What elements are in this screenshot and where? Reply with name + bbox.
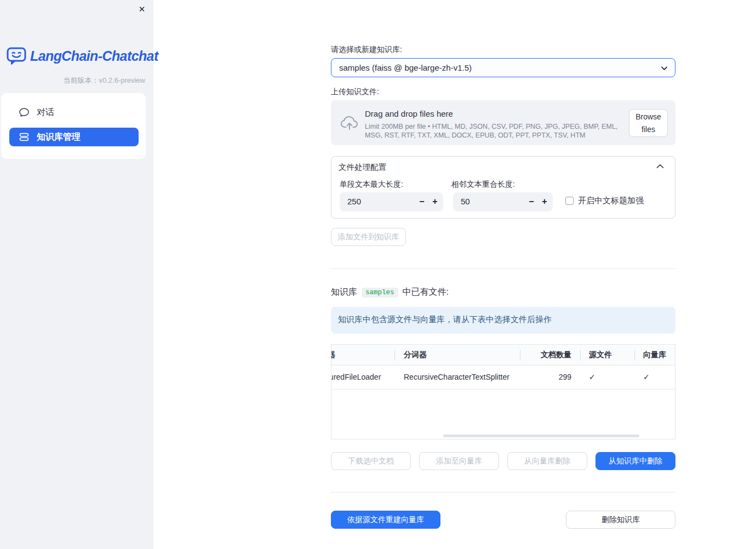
heading-suffix: 中已有文件: bbox=[403, 287, 449, 298]
zh-title-enhance-label: 开启中文标题加强 bbox=[578, 196, 644, 206]
app-window: ✕ LangChain-Chatchat 当前版本：v0.2.6-preview bbox=[0, 0, 756, 549]
sidebar-item-label: 对话 bbox=[37, 107, 54, 118]
column-header-doc-count[interactable]: 文档数量 bbox=[520, 350, 571, 360]
overlap-label: 相邻文本重合长度: bbox=[451, 180, 515, 190]
sidebar-item-dialogue[interactable]: 对话 bbox=[9, 102, 139, 122]
chunk-size-label: 单段文本最大长度: bbox=[340, 180, 403, 190]
table-row[interactable]: UnstructuredFileLoader RecursiveCharacte… bbox=[331, 365, 675, 390]
app-logo: LangChain-Chatchat bbox=[7, 47, 158, 65]
delete-from-vector-store-button[interactable]: 从向量库删除 bbox=[507, 452, 587, 470]
column-separator bbox=[394, 350, 395, 361]
chunk-size-value: 250 bbox=[347, 197, 361, 206]
info-banner: 知识库中包含源文件与向量库，请从下表中选择文件后操作 bbox=[331, 307, 675, 334]
column-header-source-file[interactable]: 源文件 bbox=[589, 350, 612, 360]
column-separator bbox=[634, 350, 635, 361]
overlap-plus-button[interactable]: + bbox=[537, 192, 552, 211]
uploader-label: 上传知识文件: bbox=[331, 87, 379, 97]
overlap-input[interactable]: 50 − + bbox=[453, 192, 553, 211]
rebuild-vector-store-button[interactable]: 依据源文件重建向量库 bbox=[331, 511, 440, 529]
cell-loader: UnstructuredFileLoader bbox=[331, 373, 393, 381]
chevron-down-icon bbox=[660, 64, 668, 72]
add-to-vector-store-button[interactable]: 添加至向量库 bbox=[419, 452, 499, 470]
stacked-bars-icon bbox=[19, 131, 30, 142]
sidebar-item-knowledge-base[interactable]: 知识库管理 bbox=[9, 128, 139, 146]
version-label: 当前版本： bbox=[63, 76, 99, 84]
chunk-size-input[interactable]: 250 − + bbox=[340, 192, 443, 211]
table-horizontal-scrollbar[interactable] bbox=[443, 434, 639, 437]
chunk-size-minus-button[interactable]: − bbox=[415, 192, 429, 211]
column-header-loader[interactable]: 文档加载器 bbox=[331, 350, 393, 360]
zh-title-enhance-checkbox[interactable] bbox=[565, 197, 574, 205]
table-header-row: 文档加载器 分词器 文档数量 源文件 向量库 bbox=[331, 345, 675, 365]
file-config-expander: 文件处理配置 单段文本最大长度: 相邻文本重合长度: 250 − + 50 − … bbox=[331, 156, 675, 219]
column-separator bbox=[580, 350, 581, 361]
divider bbox=[331, 492, 675, 493]
expander-title[interactable]: 文件处理配置 bbox=[339, 162, 386, 173]
delete-from-kb-button[interactable]: 从知识库中删除 bbox=[595, 452, 675, 470]
dropzone-title: Drag and drop files here bbox=[365, 109, 453, 118]
add-files-to-kb-button[interactable]: 添加文件到知识库 bbox=[331, 228, 406, 246]
divider bbox=[331, 268, 675, 269]
version-line: 当前版本：v0.2.6-preview bbox=[63, 76, 145, 85]
chevron-up-icon[interactable] bbox=[656, 164, 664, 169]
upload-cloud-icon bbox=[340, 115, 359, 131]
cell-source-file-check: ✓ bbox=[589, 373, 595, 381]
dropzone-limit-text: Limit 200MB per file • HTML, MD, JSON, C… bbox=[365, 122, 628, 140]
cell-doc-count: 299 bbox=[520, 373, 571, 381]
delete-kb-button[interactable]: 删除知识库 bbox=[566, 511, 675, 529]
kb-files-heading: 知识库 samples 中已有文件: bbox=[331, 287, 449, 298]
info-banner-text: 知识库中包含源文件与向量库，请从下表中选择文件后操作 bbox=[338, 314, 552, 325]
logo-smiley-bubble-icon bbox=[7, 47, 26, 65]
overlap-minus-button[interactable]: − bbox=[524, 192, 539, 211]
kb-selectbox-value: samples (faiss @ bge-large-zh-v1.5) bbox=[331, 63, 472, 72]
browse-files-button[interactable]: Browse files bbox=[629, 109, 668, 137]
overlap-value: 50 bbox=[461, 197, 470, 206]
sidebar-close-icon[interactable]: ✕ bbox=[136, 4, 147, 15]
sidebar-menu: 对话 知识库管理 bbox=[1, 93, 146, 159]
cell-vector-store-check: ✓ bbox=[643, 373, 650, 381]
logo-wordmark: LangChain-Chatchat bbox=[30, 48, 158, 64]
chunk-size-plus-button[interactable]: + bbox=[428, 192, 442, 211]
sidebar: ✕ LangChain-Chatchat 当前版本：v0.2.6-preview bbox=[0, 0, 153, 549]
kb-files-table: 文档加载器 分词器 文档数量 源文件 向量库 UnstructuredFileL… bbox=[331, 344, 675, 439]
column-header-vector-store[interactable]: 向量库 bbox=[643, 350, 666, 360]
column-header-splitter[interactable]: 分词器 bbox=[404, 350, 427, 360]
heading-prefix: 知识库 bbox=[331, 287, 357, 298]
kb-select-label: 请选择或新建知识库: bbox=[331, 45, 402, 55]
file-dropzone[interactable]: Drag and drop files here Limit 200MB per… bbox=[331, 100, 675, 145]
download-selected-button[interactable]: 下载选中文档 bbox=[331, 452, 411, 470]
kb-selectbox[interactable]: samples (faiss @ bge-large-zh-v1.5) bbox=[331, 58, 675, 77]
kb-name-code: samples bbox=[362, 288, 398, 298]
cell-splitter: RecursiveCharacterTextSplitter bbox=[404, 373, 509, 381]
chat-bubble-icon bbox=[19, 107, 30, 118]
sidebar-item-label: 知识库管理 bbox=[37, 131, 81, 143]
version-value: v0.2.6-preview bbox=[99, 76, 145, 84]
